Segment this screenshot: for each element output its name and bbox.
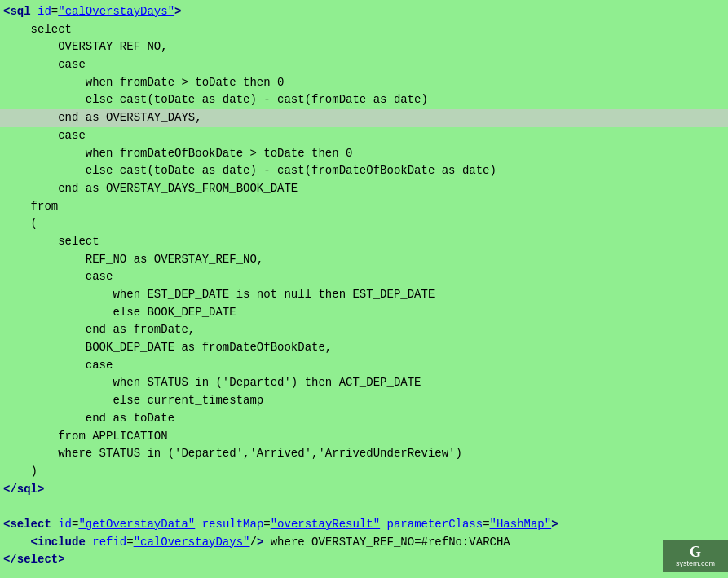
code-line: when fromDate > toDate then 0	[0, 74, 728, 92]
code-line: when fromDateOfBookDate > toDate then 0	[0, 145, 728, 163]
code-line: OVERSTAY_REF_NO,	[0, 38, 728, 56]
code-line: case	[0, 268, 728, 286]
code-line: case	[0, 127, 728, 145]
code-line: else current_timestamp	[0, 392, 728, 410]
code-line: end as toDate	[0, 410, 728, 428]
code-line: from	[0, 198, 728, 216]
code-content: <sql id="calOverstayDays"> select OVERST…	[0, 3, 728, 569]
code-line: <select id="getOverstayData" resultMap="…	[0, 516, 728, 534]
code-line: when EST_DEP_DATE is not null then EST_D…	[0, 286, 728, 304]
code-line	[0, 498, 728, 516]
code-line: <include refid="calOverstayDays"/> where…	[0, 534, 728, 552]
code-line: )	[0, 463, 728, 481]
code-line: </select>	[0, 551, 728, 569]
code-line: REF_NO as OVERSTAY_REF_NO,	[0, 251, 728, 269]
code-line: case	[0, 56, 728, 74]
watermark-letter: G	[690, 545, 701, 559]
code-line: when STATUS in ('Departed') then ACT_DEP…	[0, 374, 728, 392]
code-editor: <sql id="calOverstayDays"> select OVERST…	[0, 0, 728, 572]
watermark-site: system.com	[676, 559, 715, 567]
code-line: end as fromDate,	[0, 321, 728, 339]
code-line: BOOK_DEP_DATE as fromDateOfBookDate,	[0, 339, 728, 357]
code-line: from APPLICATION	[0, 428, 728, 446]
code-line: else BOOK_DEP_DATE	[0, 304, 728, 322]
watermark: G system.com	[663, 540, 728, 572]
code-line: where STATUS in ('Departed','Arrived','A…	[0, 445, 728, 463]
code-line: select	[0, 21, 728, 39]
code-line: (	[0, 215, 728, 233]
code-line: else cast(toDate as date) - cast(fromDat…	[0, 91, 728, 109]
code-line: </sql>	[0, 481, 728, 499]
code-line: <sql id="calOverstayDays">	[0, 3, 728, 21]
code-line: end as OVERSTAY_DAYS_FROM_BOOK_DATE	[0, 180, 728, 198]
code-line: end as OVERSTAY_DAYS,	[0, 109, 728, 127]
code-line: else cast(toDate as date) - cast(fromDat…	[0, 162, 728, 180]
code-line: select	[0, 233, 728, 251]
code-line: case	[0, 357, 728, 375]
